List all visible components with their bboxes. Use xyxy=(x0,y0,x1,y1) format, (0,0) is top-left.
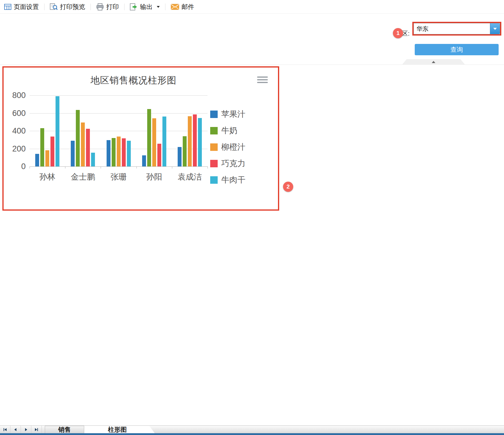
legend-label: 柳橙汁 xyxy=(221,142,245,152)
export-icon xyxy=(130,3,138,10)
x-tick-label: 张珊 xyxy=(101,171,136,182)
print-preview-icon xyxy=(50,3,58,10)
bar-group-2 xyxy=(65,95,101,166)
y-tick-label: 600 xyxy=(12,108,26,118)
bar[interactable] xyxy=(188,116,192,166)
bar[interactable] xyxy=(157,144,161,166)
bar[interactable] xyxy=(45,150,49,166)
legend-item-牛奶[interactable]: 牛奶 xyxy=(210,125,245,136)
x-tick-label: 孙阳 xyxy=(136,171,172,182)
bar[interactable] xyxy=(86,129,90,166)
x-tick-label: 袁成洁 xyxy=(172,171,208,182)
bar[interactable] xyxy=(183,136,187,166)
bar[interactable] xyxy=(142,155,146,166)
axis-tick xyxy=(30,166,30,169)
axis-tick xyxy=(172,166,172,169)
axis-tick xyxy=(208,166,208,169)
previous-sheet-button[interactable] xyxy=(10,426,21,433)
bar[interactable] xyxy=(56,96,59,166)
bar[interactable] xyxy=(50,137,54,166)
annotation-badge-2: 2 xyxy=(283,182,293,192)
bar-layer xyxy=(30,95,208,166)
bar[interactable] xyxy=(35,154,39,166)
bar[interactable] xyxy=(193,114,197,166)
panel-collapse-handle[interactable] xyxy=(402,59,465,65)
toolbar-label: 邮件 xyxy=(182,3,194,11)
region-select-dropdown-button[interactable] xyxy=(490,23,500,34)
bar[interactable] xyxy=(122,138,126,166)
y-tick-label: 400 xyxy=(12,126,26,136)
chart-menu-icon[interactable] xyxy=(257,76,268,83)
bar[interactable] xyxy=(152,118,156,166)
toolbar-label: 打印预览 xyxy=(60,3,85,11)
toolbar-print[interactable]: 打印 xyxy=(95,3,120,11)
x-axis-ticks xyxy=(30,166,208,169)
toolbar-label: 打印 xyxy=(106,3,119,11)
toolbar-separator xyxy=(165,4,165,10)
bar[interactable] xyxy=(162,117,166,166)
legend-label: 苹果汁 xyxy=(221,109,245,120)
legend-item-苹果汁[interactable]: 苹果汁 xyxy=(210,109,245,120)
bar[interactable] xyxy=(198,118,202,166)
bar-group-4 xyxy=(136,95,172,166)
region-select[interactable]: 华东 xyxy=(414,23,500,34)
sheet-tab-strip: 销售 柱形图 xyxy=(0,425,504,433)
legend-label: 牛奶 xyxy=(221,125,237,136)
bar[interactable] xyxy=(81,122,85,166)
last-sheet-button[interactable] xyxy=(31,426,42,433)
bar[interactable] xyxy=(127,141,131,166)
legend-swatch xyxy=(210,160,218,167)
toolbar-print-preview[interactable]: 打印预览 xyxy=(49,3,86,11)
chart-title: 地区销售概况柱形图 xyxy=(4,74,263,87)
region-select-value: 华东 xyxy=(414,23,490,34)
query-button[interactable]: 查询 xyxy=(415,44,499,55)
toolbar-export[interactable]: 输出 xyxy=(129,3,161,11)
bar[interactable] xyxy=(76,110,80,166)
toolbar-separator xyxy=(44,4,44,10)
sheet-tab-bar-chart[interactable]: 柱形图 xyxy=(84,426,155,433)
toolbar: 页面设置 打印预览 打印 xyxy=(0,0,504,14)
legend-item-柳橙汁[interactable]: 柳橙汁 xyxy=(210,142,245,152)
y-tick-label: 200 xyxy=(12,144,26,153)
chevron-down-icon xyxy=(157,6,160,8)
mail-icon xyxy=(171,4,179,10)
x-tick-label: 金士鹏 xyxy=(65,171,101,182)
bar[interactable] xyxy=(147,109,151,166)
print-icon xyxy=(96,3,104,10)
toolbar-mail[interactable]: 邮件 xyxy=(170,3,195,11)
bar[interactable] xyxy=(71,141,75,166)
bar[interactable] xyxy=(40,128,44,166)
axis-tick xyxy=(101,166,101,169)
annotation-highlight-region-select: 华东 xyxy=(412,22,501,36)
axis-tick xyxy=(65,166,65,169)
legend-item-巧克力[interactable]: 巧克力 xyxy=(210,158,245,169)
y-tick-label: 0 xyxy=(21,162,26,171)
annotation-badge-1: 1 xyxy=(393,28,403,38)
plot-area xyxy=(30,95,208,166)
chevron-down-icon xyxy=(493,28,497,30)
sheet-tab-sales[interactable]: 销售 xyxy=(45,426,84,433)
bar-group-5 xyxy=(172,95,208,166)
toolbar-separator xyxy=(90,4,91,10)
x-tick-label: 孙林 xyxy=(30,171,65,182)
toolbar-separator xyxy=(124,4,125,10)
chart-panel: 地区销售概况柱形图 0200400600800 孙林金士鹏张珊孙阳袁成洁 苹果汁… xyxy=(2,66,279,211)
legend-item-牛肉干[interactable]: 牛肉干 xyxy=(210,174,245,185)
bar[interactable] xyxy=(91,153,95,166)
page-setup-icon xyxy=(4,4,11,10)
sheet-bar: 销售 柱形图 xyxy=(0,425,504,435)
bar[interactable] xyxy=(112,138,116,166)
y-axis-labels: 0200400600800 xyxy=(4,95,26,166)
legend-label: 牛肉干 xyxy=(221,174,245,185)
toolbar-label: 输出 xyxy=(140,3,153,11)
chart-legend: 苹果汁牛奶柳橙汁巧克力牛肉干 xyxy=(210,109,245,191)
first-sheet-button[interactable] xyxy=(0,426,10,433)
legend-swatch xyxy=(210,111,218,118)
bar[interactable] xyxy=(178,147,182,166)
bar[interactable] xyxy=(107,140,110,166)
toolbar-page-setup[interactable]: 页面设置 xyxy=(3,3,40,11)
legend-swatch xyxy=(210,143,218,151)
legend-swatch xyxy=(210,176,218,184)
bar[interactable] xyxy=(117,137,121,166)
next-sheet-button[interactable] xyxy=(21,426,31,433)
